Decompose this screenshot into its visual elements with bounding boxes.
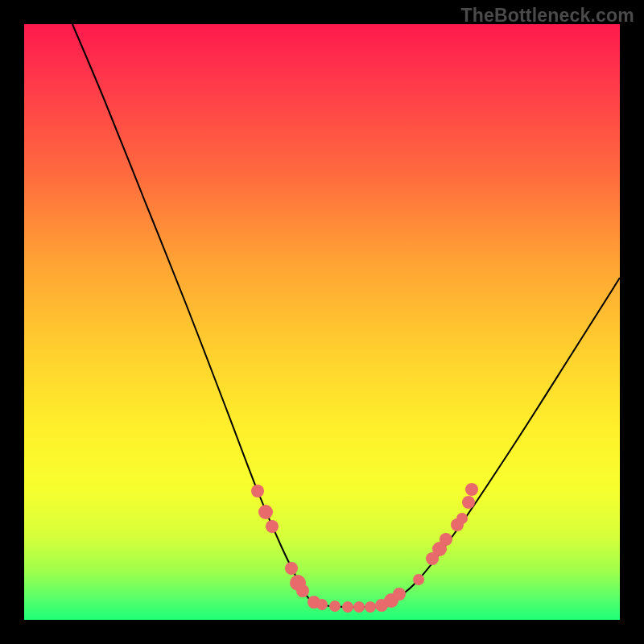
highlight-dot: [342, 601, 353, 613]
highlight-dot: [266, 520, 279, 533]
highlight-dot: [393, 588, 406, 601]
highlight-dot: [462, 496, 475, 509]
highlight-dot: [365, 601, 376, 613]
highlight-dot: [440, 533, 452, 546]
watermark-text: TheBottleneck.com: [460, 5, 634, 27]
highlight-dot: [465, 483, 478, 496]
bottleneck-curve: [72, 24, 620, 607]
highlight-dot: [296, 584, 309, 597]
highlight-dot: [251, 485, 264, 497]
plot-area: [24, 24, 620, 620]
chart-svg: [24, 24, 620, 620]
highlight-dot: [353, 601, 365, 613]
highlight-dot: [316, 599, 328, 610]
highlight-dot: [456, 513, 468, 524]
highlight-dot: [258, 505, 273, 519]
highlight-dot: [329, 601, 341, 612]
curve-lines: [72, 24, 620, 607]
highlight-dot: [285, 562, 298, 575]
highlight-dots: [251, 483, 478, 613]
highlight-dot: [413, 574, 424, 585]
